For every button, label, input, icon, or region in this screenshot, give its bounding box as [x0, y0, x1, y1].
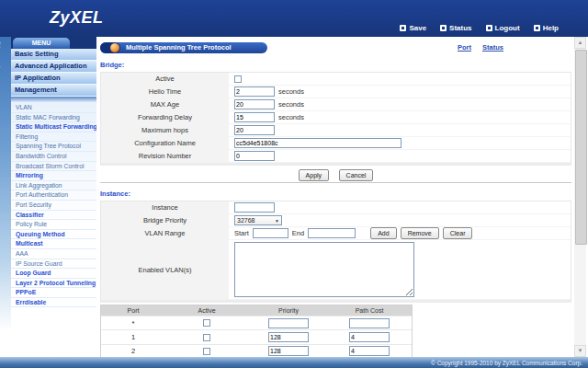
sidebar-item-loop-guard[interactable]: Loop Guard	[11, 269, 96, 279]
vlan-range-start-input[interactable]	[253, 228, 288, 238]
sidebar-item-port-authentication[interactable]: Port Authentication	[11, 190, 96, 201]
col-header-port: Port	[101, 305, 165, 316]
revision-number-input[interactable]	[234, 151, 275, 161]
app-window: ZyXEL Save Status Logout Help Dimension	[0, 0, 588, 368]
sidebar-section-basic-setting[interactable]: Basic Setting	[11, 49, 96, 61]
form-row-vlan-range: VLAN Range Start End Add Remove Clear	[101, 227, 571, 240]
enabled-vlans-textarea[interactable]	[234, 242, 414, 297]
instance-label: Instance	[101, 201, 231, 213]
sidebar-item-ip-source-guard[interactable]: IP Source Guard	[11, 259, 96, 270]
form-row-active: Active	[101, 73, 571, 86]
sidebar-menu-top: MENU	[11, 37, 96, 49]
sidebar-item-layer2-protocol-tunneling[interactable]: Layer 2 Protocol Tunneling	[11, 279, 96, 289]
status-button[interactable]: Status	[440, 24, 471, 32]
port-priority-input[interactable]	[268, 332, 309, 342]
port-pathcost-input[interactable]	[349, 332, 390, 342]
sidebar-item-broadcast-storm-control[interactable]: Broadcast Storm Control	[11, 162, 96, 172]
logout-button[interactable]: Logout	[486, 24, 520, 32]
scrollbar-thumb[interactable]	[575, 50, 587, 245]
apply-button[interactable]: Apply	[299, 169, 330, 181]
sidebar: MENU Basic Setting Advanced Application …	[11, 37, 96, 357]
sidebar-item-static-mac-forwarding[interactable]: Static MAC Forwarding	[11, 113, 96, 123]
sidebar-item-queuing-method[interactable]: Queuing Method	[11, 230, 96, 240]
sidebar-section-management[interactable]: Management	[11, 85, 96, 97]
sidebar-item-vlan[interactable]: VLAN	[11, 103, 96, 113]
sidebar-item-errdisable[interactable]: Errdisable	[11, 298, 96, 308]
port-active-checkbox[interactable]	[203, 319, 210, 327]
menu-tab[interactable]: MENU	[13, 38, 70, 49]
sidebar-item-policy-rule[interactable]: Policy Rule	[11, 220, 96, 230]
form-row-hello-time: Hello Time seconds	[101, 86, 571, 98]
port-priority-input[interactable]	[268, 346, 309, 356]
port-pathcost-input[interactable]	[349, 346, 390, 356]
sidebar-item-multicast[interactable]: Multicast	[11, 239, 96, 249]
clear-button[interactable]: Clear	[443, 227, 473, 239]
sidebar-item-port-security[interactable]: Port Security	[11, 201, 96, 211]
top-header: ZyXEL Save Status Logout Help	[0, 0, 588, 37]
device-family: Dimension	[0, 41, 1, 76]
configuration-name-input[interactable]	[234, 138, 401, 148]
sidebar-item-filtering[interactable]: Filtering	[11, 132, 96, 143]
revision-number-label: Revision Number	[101, 150, 231, 162]
status-link[interactable]: Status	[482, 43, 503, 52]
table-row-port-2: 2	[101, 344, 412, 357]
scroll-down-button[interactable]: ▼	[574, 345, 586, 357]
title-orb-icon	[110, 43, 119, 52]
sidebar-item-classifier[interactable]: Classifier	[11, 211, 96, 221]
sidebar-item-bandwidth-control[interactable]: Bandwidth Control	[11, 152, 96, 162]
sidebar-links: VLAN Static MAC Forwarding Static Multic…	[11, 103, 96, 307]
page-title: Multiple Spanning Tree Protocol	[100, 42, 267, 53]
port-link[interactable]: Port	[458, 43, 471, 52]
sidebar-item-pppoe[interactable]: PPPoE	[11, 288, 96, 298]
add-button[interactable]: Add	[370, 227, 396, 239]
form-row-bridge-priority: Bridge Priority 32768 ▼	[101, 214, 571, 227]
form-row-maximum-hops: Maximum hops	[101, 124, 571, 137]
bridge-active-checkbox[interactable]	[234, 75, 242, 83]
form-row-forwarding-delay: Forwarding Delay seconds	[101, 111, 571, 124]
port-table-header: Port Active Priority Path Cost	[101, 305, 412, 316]
vlan-range-end-input[interactable]	[308, 228, 356, 238]
sidebar-section-ip-application[interactable]: IP Application	[11, 73, 96, 85]
sidebar-item-aaa[interactable]: AAA	[11, 249, 96, 259]
port-pathcost-input[interactable]	[349, 318, 390, 328]
col-header-path-cost: Path Cost	[329, 305, 410, 316]
port-active-checkbox[interactable]	[203, 334, 210, 341]
logout-icon	[486, 25, 492, 31]
save-label: Save	[409, 24, 426, 32]
hello-time-unit: seconds	[278, 87, 304, 96]
form-row-instance: Instance	[101, 201, 571, 214]
help-icon	[534, 25, 540, 31]
port-active-checkbox[interactable]	[203, 348, 210, 355]
enabled-vlans-label: Enabled VLAN(s)	[101, 240, 231, 299]
forwarding-delay-input[interactable]	[234, 112, 275, 122]
instance-input[interactable]	[234, 202, 275, 213]
bridge-priority-select[interactable]: 32768 ▼	[234, 215, 282, 225]
sidebar-item-mirroring[interactable]: Mirroring	[11, 171, 96, 181]
footer-bar: © Copyright 1995-2010 by ZyXEL Communica…	[0, 357, 588, 368]
status-label: Status	[449, 24, 471, 32]
sidebar-item-link-aggregation[interactable]: Link Aggregation	[11, 181, 96, 191]
sidebar-item-static-multicast-forwarding[interactable]: Static Multicast Forwarding	[11, 122, 96, 132]
main-content: Multiple Spanning Tree Protocol Port Sta…	[96, 37, 574, 357]
bridge-priority-label: Bridge Priority	[101, 214, 231, 226]
remove-button[interactable]: Remove	[401, 227, 439, 239]
scroll-up-button[interactable]: ▲	[574, 37, 586, 49]
maximum-hops-input[interactable]	[234, 125, 275, 135]
col-header-priority: Priority	[248, 305, 329, 316]
max-age-input[interactable]	[234, 99, 275, 109]
table-row-wildcard: *	[101, 316, 412, 329]
instance-form: Instance Bridge Priority 32768 ▼ VLAN Ra…	[100, 201, 571, 303]
sidebar-item-spanning-tree-protocol[interactable]: Spanning Tree Protocol	[11, 142, 96, 152]
forwarding-delay-label: Forwarding Delay	[101, 111, 231, 123]
save-icon	[400, 25, 406, 31]
sidebar-section-advanced-application[interactable]: Advanced Application	[11, 61, 96, 73]
vertical-scrollbar[interactable]: ▲ ▼	[574, 37, 586, 357]
maximum-hops-label: Maximum hops	[101, 124, 231, 136]
vlan-range-end-label: End	[292, 229, 304, 237]
bridge-heading: Bridge:	[100, 61, 124, 69]
port-priority-input[interactable]	[268, 318, 309, 328]
cancel-button[interactable]: Cancel	[339, 169, 374, 181]
help-button[interactable]: Help	[534, 24, 559, 32]
hello-time-input[interactable]	[234, 86, 275, 97]
save-button[interactable]: Save	[400, 24, 426, 32]
